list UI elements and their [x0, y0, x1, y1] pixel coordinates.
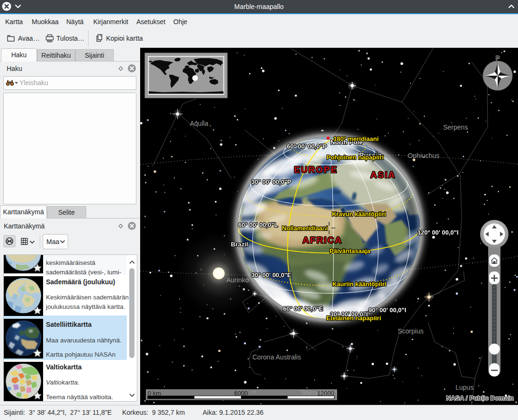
svg-text:Kravun kääntöpiiri: Kravun kääntöpiiri — [332, 210, 386, 218]
svg-text:Serpens: Serpens — [443, 123, 468, 131]
svg-text:60° 00' 00,0"E: 60° 00' 00,0"E — [283, 305, 323, 312]
svg-text:60° 00' 00,0"L: 60° 00' 00,0"L — [238, 221, 278, 228]
svg-text:120° 00' 00,0"I: 120° 00' 00,0"I — [418, 229, 459, 236]
svg-text:AFRICA: AFRICA — [303, 235, 342, 245]
svg-text:Lupus: Lupus — [455, 384, 473, 391]
svg-text:NASA / Public Domain: NASA / Public Domain — [446, 394, 514, 402]
svg-text:60° 00' 00,0"P: 60° 00' 00,0"P — [287, 143, 327, 150]
svg-text:30° 00' 00,0"I: 30° 00' 00,0"I — [330, 311, 368, 318]
svg-text:180° meridiaani: 180° meridiaani — [333, 135, 379, 142]
svg-text:ASIA: ASIA — [370, 170, 395, 180]
svg-text:90° 00' 00,0"I: 90° 00' 00,0"I — [368, 306, 406, 314]
svg-text:Aquila: Aquila — [190, 120, 208, 127]
svg-text:Corona Australis: Corona Australis — [252, 353, 301, 361]
svg-text:Päiväntasaaja: Päiväntasaaja — [330, 247, 371, 254]
svg-text:Nollameridiaani: Nollameridiaani — [282, 225, 328, 232]
svg-text:P: P — [496, 54, 500, 61]
svg-text:EUROPE: EUROPE — [294, 165, 338, 175]
svg-text:Scorpius: Scorpius — [398, 327, 423, 335]
svg-text:30° 00' 00,0"P: 30° 00' 00,0"P — [251, 178, 292, 185]
svg-text:30° 00' 00,0"E: 30° 00' 00,0"E — [251, 271, 292, 279]
svg-text:Pohjoinen napapiiri: Pohjoinen napapiiri — [327, 154, 384, 161]
svg-text:Brazil: Brazil — [231, 241, 249, 248]
svg-text:Kauriin kääntöpiiri: Kauriin kääntöpiiri — [332, 280, 386, 288]
svg-text:Ophiuchus: Ophiuchus — [408, 152, 439, 159]
